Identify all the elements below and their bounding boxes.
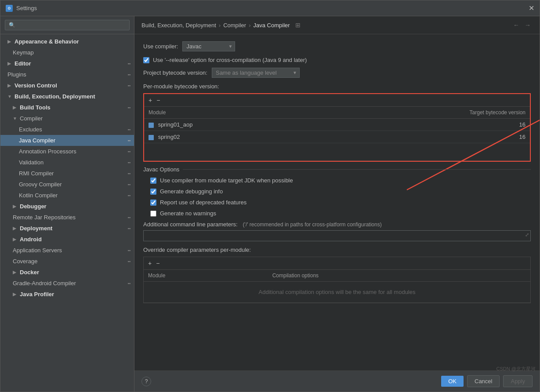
cross-compile-checkbox[interactable]	[143, 57, 149, 63]
expand-icon: ▶	[13, 292, 18, 297]
cross-compile-row: Use '--release' option for cross-compila…	[143, 57, 531, 63]
expand-icon: ▶	[13, 204, 18, 209]
breadcrumb-pin[interactable]: ⊞	[295, 22, 301, 29]
sidebar-item-label: Plugins	[7, 71, 26, 78]
sidebar-item-compiler[interactable]: ▼ Compiler	[0, 113, 134, 124]
bytecode-select-wrapper: Same as language level ▼	[212, 68, 300, 78]
compiler-select[interactable]: Javac	[182, 41, 235, 51]
sidebar-tree: ▶ Appearance & Behavior Keymap ▶ Editor …	[0, 34, 134, 392]
cross-compile-label: Use '--release' option for cross-compila…	[153, 57, 307, 63]
sidebar-item-kotlin-compiler[interactable]: Kotlin Compiler ▪▪	[0, 190, 134, 201]
sidebar-item-java-compiler[interactable]: Java Compiler ▪▪	[0, 135, 134, 146]
module-icon	[149, 123, 154, 128]
breadcrumb-part1: Build, Execution, Deployment	[141, 22, 216, 29]
sidebar-item-label: Android	[20, 236, 42, 243]
sidebar-item-android[interactable]: ▶ Android	[0, 234, 134, 245]
version-cell: 16	[318, 131, 530, 143]
table-row[interactable]: spring01_aop 16	[144, 119, 530, 131]
sidebar-item-plugins[interactable]: Plugins ▪▪	[0, 69, 134, 80]
app-icon: ⚙	[6, 5, 13, 12]
compiler-select-wrapper: Javac ▼	[182, 41, 235, 51]
apply-button[interactable]: Apply	[503, 375, 533, 387]
sidebar-item-label: Editor	[14, 60, 31, 67]
opt1-checkbox[interactable]	[150, 178, 156, 184]
settings-icon: ▪▪	[128, 149, 130, 154]
use-compiler-row: Use compiler: Javac ▼	[143, 41, 531, 51]
settings-icon: ▪▪	[128, 182, 130, 187]
opt3-checkbox[interactable]	[150, 200, 156, 206]
sidebar-item-java-profiler[interactable]: ▶ Java Profiler	[0, 289, 134, 300]
sidebar-item-debugger[interactable]: ▶ Debugger	[0, 201, 134, 212]
opt2-checkbox[interactable]	[150, 189, 156, 195]
expand-icon: ▶	[7, 39, 13, 44]
expand-icon: ▶	[13, 237, 18, 242]
breadcrumb-part2: Compiler	[223, 22, 246, 29]
override-label: Override compiler parameters per-module:	[143, 247, 531, 253]
sidebar-item-keymap[interactable]: Keymap	[0, 47, 134, 58]
remove-override-button[interactable]: −	[154, 259, 161, 268]
settings-icon: ▪▪	[128, 105, 130, 110]
sidebar-item-label: Java Compiler	[19, 137, 55, 144]
sidebar-item-label: Compiler	[20, 115, 43, 122]
add-override-button[interactable]: +	[146, 259, 153, 268]
sidebar-item-build-exec[interactable]: ▼ Build, Execution, Deployment	[0, 91, 134, 102]
add-module-button[interactable]: +	[147, 96, 154, 105]
empty-hint: Additional compilation options will be t…	[259, 289, 416, 295]
bytecode-select[interactable]: Same as language level	[212, 68, 300, 78]
remove-module-button[interactable]: −	[155, 96, 162, 105]
sidebar-item-app-servers[interactable]: Application Servers ▪▪	[0, 245, 134, 256]
sidebar-item-excludes[interactable]: Excludes ▪▪	[0, 124, 134, 135]
title-bar-left: ⚙ Settings	[6, 5, 37, 12]
opt4-checkbox[interactable]	[150, 211, 156, 217]
expand-input-icon[interactable]: ⤢	[525, 232, 529, 238]
sidebar-item-label: Kotlin Compiler	[19, 192, 58, 199]
sidebar-item-docker[interactable]: ▶ Docker	[0, 267, 134, 278]
help-button[interactable]: ?	[141, 377, 151, 386]
sidebar-item-label: Version Control	[14, 82, 57, 89]
nav-back[interactable]: ←	[511, 21, 521, 29]
sidebar-item-label: Java Profiler	[20, 291, 54, 298]
module-cell: spring02	[144, 131, 318, 143]
footer-left: ?	[141, 375, 151, 387]
sidebar-item-groovy-compiler[interactable]: Groovy Compiler ▪▪	[0, 179, 134, 190]
sidebar: ▶ Appearance & Behavior Keymap ▶ Editor …	[0, 16, 134, 392]
sidebar-item-version-control[interactable]: ▶ Version Control ▪▪	[0, 80, 134, 91]
module-bytecode-table-container: + − Module Target bytecode version	[143, 93, 531, 162]
main-content: Build, Execution, Deployment › Compiler …	[134, 16, 540, 370]
opt3-label: Report use of deprecated features	[160, 199, 246, 206]
settings-icon: ▪▪	[128, 160, 130, 165]
sidebar-item-editor[interactable]: ▶ Editor ▪▪	[0, 58, 134, 69]
sidebar-item-appearance[interactable]: ▶ Appearance & Behavior	[0, 36, 134, 47]
sidebar-item-label: Excludes	[19, 126, 42, 133]
sidebar-item-annotation-processors[interactable]: Annotation Processors ▪▪	[0, 146, 134, 157]
opt2-row: Generate debugging info	[150, 188, 531, 195]
nav-forward[interactable]: →	[523, 21, 533, 29]
sidebar-item-coverage[interactable]: Coverage ▪▪	[0, 256, 134, 267]
additional-label: Additional command line parameters:	[143, 221, 238, 228]
settings-icon: ▪▪	[128, 215, 130, 220]
sidebar-item-label: Appearance & Behavior	[14, 38, 79, 45]
panel-content: Use compiler: Javac ▼ Use '--release' op…	[134, 34, 540, 370]
ok-button[interactable]: OK	[441, 376, 464, 387]
sidebar-item-rmi-compiler[interactable]: RMI Compiler ▪▪	[0, 168, 134, 179]
settings-icon: ▪▪	[128, 73, 130, 77]
main-wrapper: Build, Execution, Deployment › Compiler …	[134, 16, 540, 392]
additional-input[interactable]	[143, 230, 531, 241]
breadcrumb: Build, Execution, Deployment › Compiler …	[134, 16, 540, 34]
search-input[interactable]	[5, 20, 130, 30]
sidebar-item-validation[interactable]: Validation ▪▪	[0, 157, 134, 168]
sidebar-item-deployment[interactable]: ▶ Deployment ▪▪	[0, 223, 134, 234]
sidebar-item-label: Docker	[20, 269, 39, 276]
sidebar-item-gradle-android[interactable]: Gradle-Android Compiler ▪▪	[0, 278, 134, 289]
additional-params-header: Additional command line parameters: ('/'…	[143, 221, 531, 228]
sidebar-item-label: Build Tools	[20, 104, 51, 111]
breadcrumb-sep1: ›	[219, 22, 221, 29]
close-button[interactable]: ✕	[529, 4, 534, 12]
sidebar-item-remote-jar[interactable]: Remote Jar Repositories ▪▪	[0, 212, 134, 223]
sidebar-item-build-tools[interactable]: ▶ Build Tools ▪▪	[0, 102, 134, 113]
table-row[interactable]: spring02 16	[144, 131, 530, 143]
cancel-button[interactable]: Cancel	[467, 375, 500, 387]
override-table-container: + − Module Compilation options	[143, 257, 531, 303]
expand-icon: ▶	[13, 270, 18, 275]
sidebar-item-label: Validation	[19, 159, 43, 166]
